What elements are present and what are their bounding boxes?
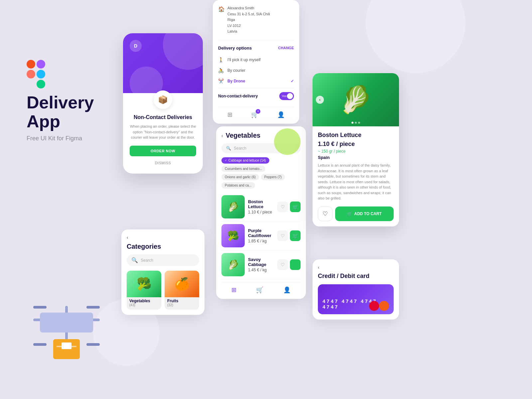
chip-onions[interactable]: Onions and garlic (6): [221, 174, 259, 180]
categories-back-arrow[interactable]: ‹: [127, 235, 199, 240]
product-size: ~ 150 gr / piece: [318, 149, 394, 154]
product-image: 🥬: [339, 84, 372, 115]
category-name: Fruits: [165, 297, 199, 303]
category-vegetables[interactable]: Vegetables (43): [127, 271, 161, 310]
add-to-cart-label: ADD TO CART: [354, 211, 381, 216]
cauliflower-image: 🥦: [221, 224, 245, 247]
mastercard-orange: [379, 301, 389, 311]
cabbage-image: 🥬: [221, 253, 245, 276]
non-contact-label: Non-contact-delivery: [218, 94, 258, 98]
veg-header: ‹ Vegetables: [221, 132, 301, 139]
product-description: Lettuce is an annual plant of the daisy …: [318, 163, 394, 201]
chip-cabbage[interactable]: ✓ Cabbage and lettuce (14): [221, 157, 269, 164]
product-name: Savoy Cabbage: [248, 257, 274, 267]
bg-decoration-1: [366, 0, 466, 73]
package-label: [62, 342, 71, 349]
chip-cucumbers[interactable]: Cucumbers and tomato...: [221, 166, 265, 172]
category-name: Vegetables: [127, 297, 161, 303]
profile-nav[interactable]: 👤: [283, 286, 291, 294]
mastercard-logo: [372, 301, 389, 311]
option-drone[interactable]: ✂️ By Drone ✓: [218, 76, 294, 86]
veg-decoration: [274, 128, 301, 155]
check-icon: ✓: [291, 79, 294, 83]
non-contact-card: D 📦 Non-Contact Deliveries When placing …: [123, 33, 203, 174]
boston-lettuce-image: 🥬: [221, 195, 245, 218]
cart-nav[interactable]: 🛒: [256, 286, 263, 294]
option-label: By Drone: [227, 79, 245, 83]
add-to-cart-button[interactable]: 🛒: [290, 201, 301, 212]
dot-2: [355, 122, 357, 124]
back-arrow[interactable]: ‹: [221, 133, 223, 138]
header-blob-2: [130, 66, 163, 93]
grid-nav[interactable]: ⊞: [231, 286, 236, 294]
product-actions: ♡: [277, 259, 301, 270]
order-now-button[interactable]: ORDER NOW: [130, 146, 196, 156]
credit-back-arrow[interactable]: ‹: [318, 265, 394, 270]
product-purple-cauliflower: 🥦 Purple Cauliflower 1.85 € / kg ♡ 🛒: [221, 221, 301, 250]
wishlist-button[interactable]: ♡: [277, 259, 288, 270]
dot-1: [351, 122, 353, 124]
option-courier[interactable]: 🚴 By courier: [218, 65, 294, 76]
category-count: (43): [127, 303, 161, 307]
vegetables-title: Vegetables: [226, 132, 261, 139]
drone-propeller-tr: [86, 306, 100, 309]
non-contact-toggle[interactable]: Yes: [279, 92, 294, 100]
chip-label: Potatoes and ca...: [225, 184, 252, 187]
app-logo: D: [130, 40, 142, 52]
product-image-area: 🥬 ‹: [313, 73, 399, 126]
add-to-cart-button[interactable]: 🛒: [290, 230, 301, 241]
categories-search[interactable]: 🔍 Search: [127, 254, 199, 266]
credit-card-panel: ‹ Credit / Debit card 4747 4747 4747 474…: [313, 259, 399, 320]
delivery-address: 🏠 Alexandra Smith Cesu 31 k-2 5.st, SIA …: [218, 5, 294, 40]
product-actions: ♡ 🛒: [277, 201, 301, 212]
credit-card-title: Credit / Debit card: [318, 273, 394, 280]
product-detail-price: 1.10 € / piece: [318, 141, 394, 148]
filter-chips: ✓ Cabbage and lettuce (14) Cucumbers and…: [221, 157, 301, 189]
category-fruits[interactable]: Fruits (32): [165, 271, 199, 310]
drone-body: [33, 306, 100, 346]
delivery-options-card: 🏠 Alexandra Smith Cesu 31 k-2 5.st, SIA …: [213, 0, 299, 124]
product-origin: Spain: [318, 155, 394, 160]
search-icon: 🔍: [226, 146, 231, 151]
logo-purple: [37, 60, 45, 68]
brand-title: Delivery App: [27, 93, 120, 131]
add-to-cart-button[interactable]: [290, 259, 301, 270]
vegetables-image: [127, 271, 161, 297]
search-icon: 🔍: [131, 257, 138, 263]
wishlist-button[interactable]: ♡: [277, 201, 288, 212]
home-icon: 🏠: [218, 6, 225, 12]
wishlist-button[interactable]: ♡: [277, 230, 288, 241]
dismiss-button[interactable]: DISMISS: [130, 159, 196, 167]
mastercard-red: [369, 301, 379, 311]
address-text: Alexandra Smith Cesu 31 k-2 5.st, SIA Ch…: [227, 5, 270, 35]
product-nav-arrow[interactable]: ‹: [316, 96, 324, 104]
product-action-buttons: ♡ 🛒 ADD TO CART: [318, 206, 394, 221]
profile-nav-icon[interactable]: 👤: [277, 111, 285, 118]
product-wishlist-button[interactable]: ♡: [318, 206, 332, 221]
change-button[interactable]: CHANGE: [278, 46, 294, 50]
drone-propeller-bl: [33, 343, 47, 346]
product-price: 1.85 € / kg: [248, 239, 274, 243]
chip-label: Cucumbers and tomato...: [225, 167, 262, 171]
logo-green: [37, 80, 45, 88]
vegetables-search-card: ‹ Vegetables 🔍 Search ✓ Cabbage and lett…: [216, 126, 306, 299]
figma-logo: [27, 60, 47, 86]
product-detail-name: Boston Lettuce: [318, 132, 394, 139]
veg-bottom-nav: ⊞ 🛒 👤: [221, 282, 301, 294]
chip-label: Peppers (7): [264, 175, 282, 179]
chip-peppers[interactable]: Peppers (7): [261, 174, 285, 180]
product-image-dots: [351, 122, 360, 124]
cart-nav-icon[interactable]: 🛒 0: [251, 111, 258, 118]
chip-label: Onions and garlic (6): [225, 175, 256, 179]
product-actions: ♡ 🛒: [277, 230, 301, 241]
dot-3: [358, 122, 360, 124]
grid-nav-icon[interactable]: ⊞: [227, 111, 232, 118]
option-pickup[interactable]: 🚶 I'll pick it up myself: [218, 55, 294, 65]
chip-potatoes[interactable]: Potatoes and ca...: [221, 182, 255, 189]
categories-title: Categories: [127, 243, 199, 250]
product-detail-card: 🥬 ‹ Boston Lettuce 1.10 € / piece ~ 150 …: [313, 73, 399, 226]
drone-icon: ✂️: [218, 78, 225, 84]
add-to-cart-button[interactable]: 🛒 ADD TO CART: [335, 206, 394, 221]
chip-label: Cabbage and lettuce (14): [228, 159, 266, 162]
product-price: 1.45 € / kg: [248, 268, 274, 272]
